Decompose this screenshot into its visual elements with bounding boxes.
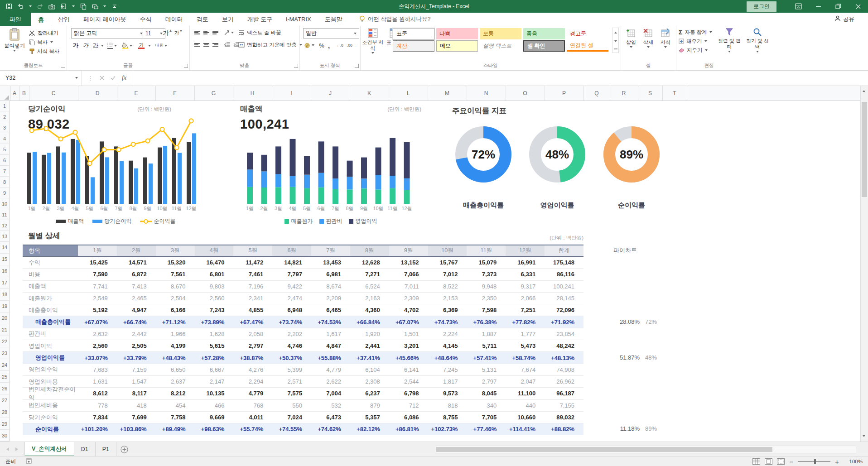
cell-영업외수익-8월[interactable]: 6,104 (350, 366, 389, 373)
row-header-19[interactable]: 19 (0, 301, 10, 312)
table-row-매출총이익률[interactable]: 매출총이익률+67.07%+66.74%+71.12%+73.89%+67.47… (23, 316, 583, 328)
column-header-O[interactable]: O (506, 86, 545, 101)
cell-판관비-8월[interactable]: 1,920 (350, 331, 389, 337)
cell-영업이익-2월[interactable]: 2,505 (117, 342, 156, 349)
gallery-scrollbar[interactable] (612, 28, 619, 53)
cell-영업이익률-7월[interactable]: +55.88% (311, 355, 350, 361)
cell-영업외수익-합계[interactable]: 74,908 (545, 366, 583, 373)
cell-순이익률-12월[interactable]: +114.41% (506, 426, 545, 432)
zoom-slider-thumb[interactable] (814, 459, 816, 464)
drag-handle-icon[interactable]: ⋮ (87, 75, 93, 82)
cell-법인세비용-합계[interactable]: 7,155 (545, 402, 583, 409)
zoom-slider[interactable] (798, 461, 830, 462)
cell-영업외비용-11월[interactable]: 2,797 (467, 378, 506, 385)
ribbon-tab-수식[interactable]: 수식 (133, 13, 159, 26)
row-header-10[interactable]: 10 (0, 198, 10, 209)
cell-수익-1월[interactable]: 15,425 (78, 259, 117, 266)
cell-style-calc[interactable]: 계산 (393, 40, 434, 52)
cell-영업외비용-8월[interactable]: 2,308 (350, 378, 389, 385)
number-dialog-launcher[interactable] (355, 64, 359, 68)
formula-input[interactable] (132, 70, 868, 86)
align-top-button[interactable] (193, 29, 201, 37)
alignment-dialog-launcher[interactable] (294, 64, 298, 68)
cell-영업외비용-합계[interactable]: 26,962 (545, 378, 583, 385)
cell-영업이익-7월[interactable]: 4,847 (311, 342, 350, 349)
cell-영업외비용-3월[interactable]: 2,637 (156, 378, 195, 385)
cell-수익-12월[interactable]: 16,991 (506, 259, 545, 266)
bold-button[interactable]: 가 (71, 41, 80, 50)
cell-매출액-6월[interactable]: 9,422 (272, 283, 311, 290)
cell-법인세차감전순이익-6월[interactable]: 7,575 (272, 390, 311, 397)
column-header-H[interactable]: H (233, 86, 272, 101)
cell-영업이익-4월[interactable]: 5,615 (195, 342, 234, 349)
row-header-16[interactable]: 16 (0, 265, 10, 277)
cell-매출액-1월[interactable]: 7,741 (78, 283, 117, 290)
cell-매출총이익-7월[interactable]: 6,465 (311, 307, 350, 313)
cell-법인세비용-5월[interactable]: 768 (233, 402, 272, 409)
cell-매출액-9월[interactable]: 7,011 (389, 283, 428, 290)
table-row-매출총이익[interactable]: 매출총이익5,1924,9476,1667,2434,8556,9486,465… (23, 304, 583, 316)
align-left-button[interactable] (193, 41, 201, 49)
cell-매출원가-4월[interactable]: 2,560 (195, 295, 234, 302)
cell-순이익률-6월[interactable]: +74.55% (272, 426, 311, 432)
table-row-수익[interactable]: 수익15,42514,57115,32016,47011,47214,82113… (23, 257, 583, 269)
cell-style-good[interactable]: 좋음 (523, 28, 565, 39)
minimize-button[interactable] (808, 0, 828, 13)
profit-ratio-donuts[interactable]: 72%48%89% (444, 125, 661, 185)
cell-판관비-11월[interactable]: 1,887 (467, 331, 506, 337)
cell-매출액-10월[interactable]: 8,522 (428, 283, 467, 290)
row-header-24[interactable]: 24 (0, 359, 10, 371)
fill-button[interactable]: 채우기 (679, 37, 707, 45)
row-header-20[interactable]: 20 (0, 312, 10, 324)
currency-format-button[interactable]: ₩ (303, 41, 316, 50)
wrap-text-button[interactable]: 텍스트 줄 바꿈 (238, 29, 281, 37)
paste-button[interactable]: 붙여넣기 (2, 28, 27, 52)
undo-button[interactable] (17, 3, 24, 10)
row-header-14[interactable]: 14 (0, 242, 10, 254)
column-header-I[interactable]: I (272, 86, 311, 101)
page-layout-view-button[interactable] (765, 458, 772, 465)
row-header-2[interactable]: 2 (0, 111, 10, 122)
column-header-T[interactable]: T (662, 86, 687, 101)
cell-매출액-합계[interactable]: 100,241 (545, 283, 583, 290)
header-11월[interactable]: 11월 (467, 245, 506, 256)
merge-center-button[interactable]: 병합하고 가운데 맞춤 (238, 41, 302, 49)
cell-영업외비용-1월[interactable]: 1,631 (78, 378, 117, 385)
table-row-비용[interactable]: 비용7,5906,8727,5616,8017,4617,7976,9817,2… (23, 269, 583, 280)
cell-순이익률-11월[interactable]: +77.46% (467, 426, 506, 432)
cell-매출원가-1월[interactable]: 2,549 (78, 295, 117, 302)
cell-매출총이익률-6월[interactable]: +73.74% (272, 319, 311, 326)
ribbon-tab-검토[interactable]: 검토 (190, 13, 215, 26)
row-header-9[interactable]: 9 (0, 187, 10, 198)
cell-당기순이익-7월[interactable]: 6,473 (311, 414, 350, 421)
macro-record-icon[interactable] (26, 458, 32, 465)
cell-style-note[interactable]: 메모 (436, 40, 478, 52)
cell-수익-9월[interactable]: 13,152 (389, 259, 428, 266)
header-3월[interactable]: 3월 (156, 245, 195, 256)
cell-당기순이익-9월[interactable]: 6,086 (389, 414, 428, 421)
borders-button[interactable] (106, 41, 117, 50)
format-cells-button[interactable]: 서식 (658, 28, 673, 48)
cell-비용-8월[interactable]: 7,271 (350, 271, 389, 278)
ribbon-tab-보기[interactable]: 보기 (215, 13, 241, 26)
login-button[interactable]: 로그인 (747, 1, 776, 12)
cell-비용-4월[interactable]: 6,801 (195, 271, 234, 278)
restore-button[interactable] (828, 0, 848, 13)
cell-수익-7월[interactable]: 13,453 (311, 259, 350, 266)
cell-매출총이익-1월[interactable]: 5,192 (78, 307, 117, 313)
cell-매출원가-2월[interactable]: 2,465 (117, 295, 156, 302)
header-8월[interactable]: 8월 (350, 245, 389, 256)
column-header-F[interactable]: F (155, 86, 195, 101)
font-size-select[interactable]: 11 (143, 28, 165, 38)
ribbon-tab-페이지 레이아웃[interactable]: 페이지 레이아웃 (77, 13, 133, 26)
row-header-8[interactable]: 8 (0, 177, 10, 187)
cell-영업외수익-10월[interactable]: 7,245 (428, 366, 467, 373)
table-row-당기순이익[interactable]: 당기순이익7,8347,6997,7589,6694,0117,0246,473… (23, 412, 583, 423)
underline-dropdown-icon[interactable] (101, 45, 104, 47)
cell-수익-2월[interactable]: 14,571 (117, 259, 156, 266)
cell-매출총이익-4월[interactable]: 7,243 (195, 307, 234, 313)
conditional-formatting-button[interactable]: 조건부 서식 (362, 28, 384, 54)
cell-법인세비용-8월[interactable]: 879 (350, 402, 389, 409)
vertical-scrollbar-thumb[interactable] (862, 102, 867, 197)
cell-매출총이익률-1월[interactable]: +67.07% (78, 319, 117, 326)
